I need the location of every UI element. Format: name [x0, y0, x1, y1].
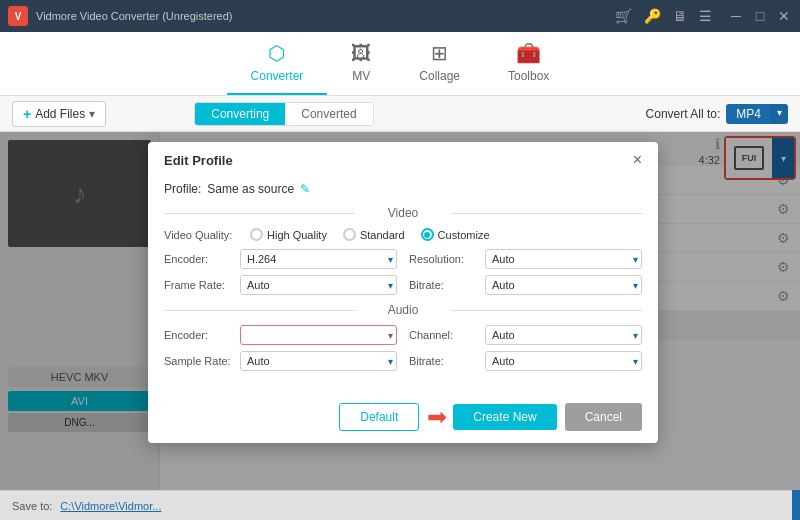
format-select[interactable]: MP4 — [726, 104, 771, 124]
converting-tab[interactable]: Converting — [195, 103, 285, 125]
default-button[interactable]: Default — [339, 403, 419, 431]
audio-encoder-select-wrapper — [240, 325, 397, 345]
save-to-path[interactable]: C:\Vidmore\Vidmor... — [60, 500, 161, 512]
tab-toolbox[interactable]: 🧰 Toolbox — [484, 33, 573, 95]
quality-standard-option[interactable]: Standard — [343, 228, 405, 241]
edit-profile-modal: Edit Profile × Profile: Same as source ✎… — [148, 142, 658, 443]
frame-rate-select[interactable]: Auto — [240, 275, 397, 295]
channel-select[interactable]: Auto — [485, 325, 642, 345]
video-form-grid: Encoder: H.264 Resolution: Auto — [164, 249, 642, 295]
modal-footer: Default ➡ Create New Cancel — [148, 395, 658, 443]
sample-rate-select-wrapper: Auto — [240, 351, 397, 371]
toolbox-icon: 🧰 — [516, 41, 541, 65]
add-files-button[interactable]: + Add Files ▾ — [12, 101, 106, 127]
minimize-button[interactable]: ─ — [728, 8, 744, 24]
plus-icon: + — [23, 106, 31, 122]
encoder-row: Encoder: H.264 — [164, 249, 397, 269]
audio-bitrate-label: Bitrate: — [409, 355, 479, 367]
modal-body: Profile: Same as source ✎ Video Video Qu… — [148, 174, 658, 395]
quality-high-option[interactable]: High Quality — [250, 228, 327, 241]
quality-customize-option[interactable]: Customize — [421, 228, 490, 241]
app-logo: V — [8, 6, 28, 26]
monitor-icon[interactable]: 🖥 — [673, 8, 687, 24]
format-dropdown-arrow[interactable]: ▾ — [771, 104, 788, 124]
resolution-row: Resolution: Auto — [409, 249, 642, 269]
audio-encoder-row: Encoder: — [164, 325, 397, 345]
video-bitrate-row: Bitrate: Auto — [409, 275, 642, 295]
audio-bitrate-select[interactable]: Auto — [485, 351, 642, 371]
modal-close-button[interactable]: × — [633, 152, 642, 168]
quality-standard-label: Standard — [360, 229, 405, 241]
encoder-select-wrapper: H.264 — [240, 249, 397, 269]
resolution-label: Resolution: — [409, 253, 479, 265]
app-title: Vidmore Video Converter (Unregistered) — [36, 10, 615, 22]
menu-icon[interactable]: ☰ — [699, 8, 712, 24]
profile-label: Profile: — [164, 182, 201, 196]
status-bar: Save to: C:\Vidmore\Vidmor... — [0, 490, 800, 520]
quality-customize-radio[interactable] — [421, 228, 434, 241]
audio-form-grid: Encoder: Channel: Auto — [164, 325, 642, 371]
collage-icon: ⊞ — [431, 41, 448, 65]
profile-edit-icon[interactable]: ✎ — [300, 182, 310, 196]
tab-collage[interactable]: ⊞ Collage — [395, 33, 484, 95]
frame-rate-row: Frame Rate: Auto — [164, 275, 397, 295]
audio-encoder-select[interactable] — [240, 325, 397, 345]
convert-tab-group: Converting Converted — [194, 102, 373, 126]
frame-rate-select-wrapper: Auto — [240, 275, 397, 295]
resolution-select-wrapper: Auto — [485, 249, 642, 269]
video-bitrate-select-wrapper: Auto — [485, 275, 642, 295]
cart-icon[interactable]: 🛒 — [615, 8, 632, 24]
toolbar: + Add Files ▾ Converting Converted Conve… — [0, 96, 800, 132]
sample-rate-row: Sample Rate: Auto — [164, 351, 397, 371]
maximize-button[interactable]: □ — [752, 8, 768, 24]
audio-bitrate-row: Bitrate: Auto — [409, 351, 642, 371]
key-icon[interactable]: 🔑 — [644, 8, 661, 24]
sample-rate-label: Sample Rate: — [164, 355, 234, 367]
quality-row: Video Quality: High Quality Standard Cus… — [164, 228, 642, 241]
tab-converter[interactable]: ⬡ Converter — [227, 33, 328, 95]
profile-row: Profile: Same as source ✎ — [164, 182, 642, 196]
save-to-label: Save to: — [12, 500, 52, 512]
video-bitrate-label: Bitrate: — [409, 279, 479, 291]
encoder-select[interactable]: H.264 — [240, 249, 397, 269]
video-bitrate-select[interactable]: Auto — [485, 275, 642, 295]
window-controls: ─ □ ✕ — [728, 8, 792, 24]
quality-high-radio[interactable] — [250, 228, 263, 241]
converter-icon: ⬡ — [268, 41, 285, 65]
tab-mv-label: MV — [352, 69, 370, 83]
audio-section-label: Audio — [164, 303, 642, 317]
quality-standard-radio[interactable] — [343, 228, 356, 241]
add-files-arrow-icon: ▾ — [89, 107, 95, 121]
modal-title: Edit Profile — [164, 153, 233, 168]
convert-all-section: Convert All to: MP4 ▾ — [646, 104, 788, 124]
tab-mv[interactable]: 🖼 MV — [327, 34, 395, 95]
tab-collage-label: Collage — [419, 69, 460, 83]
quality-customize-label: Customize — [438, 229, 490, 241]
audio-bitrate-select-wrapper: Auto — [485, 351, 642, 371]
channel-select-wrapper: Auto — [485, 325, 642, 345]
cancel-button[interactable]: Cancel — [565, 403, 642, 431]
resolution-select[interactable]: Auto — [485, 249, 642, 269]
quality-label: Video Quality: — [164, 229, 234, 241]
main-content: ♪ HEVC MKV AVI DNG... ℹ 4:32 480P Encode… — [0, 132, 800, 490]
sample-rate-select[interactable]: Auto — [240, 351, 397, 371]
profile-value: Same as source — [207, 182, 294, 196]
create-new-button[interactable]: Create New — [453, 404, 556, 430]
add-files-label: Add Files — [35, 107, 85, 121]
converted-tab[interactable]: Converted — [285, 103, 372, 125]
tab-converter-label: Converter — [251, 69, 304, 83]
scroll-button[interactable] — [792, 490, 800, 520]
encoder-label: Encoder: — [164, 253, 234, 265]
close-button[interactable]: ✕ — [776, 8, 792, 24]
mv-icon: 🖼 — [351, 42, 371, 65]
video-section-label: Video — [164, 206, 642, 220]
modal-header: Edit Profile × — [148, 142, 658, 174]
title-bar: V Vidmore Video Converter (Unregistered)… — [0, 0, 800, 32]
nav-tabs: ⬡ Converter 🖼 MV ⊞ Collage 🧰 Toolbox — [0, 32, 800, 96]
title-bar-icons: 🛒 🔑 🖥 ☰ — [615, 8, 712, 24]
arrow-indicator: ➡ — [427, 403, 447, 431]
audio-encoder-label: Encoder: — [164, 329, 234, 341]
tab-toolbox-label: Toolbox — [508, 69, 549, 83]
convert-all-label: Convert All to: — [646, 107, 721, 121]
frame-rate-label: Frame Rate: — [164, 279, 234, 291]
